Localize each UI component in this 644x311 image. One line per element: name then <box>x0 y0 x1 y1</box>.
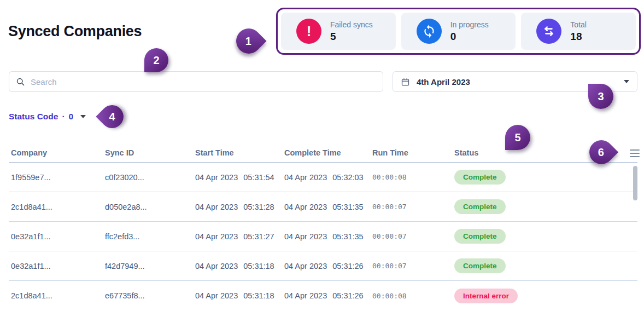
status-filter-dot: · <box>62 112 65 122</box>
stat-card-failed-syncs: ! Failed syncs 5 <box>281 13 396 50</box>
table-row[interactable]: 2c1d8a41... e67735f8... 04 Apr 202305:31… <box>9 281 637 310</box>
stat-label: Failed syncs <box>330 20 373 29</box>
stat-value: 18 <box>570 31 587 43</box>
annotation-marker-1: 1 <box>231 23 266 59</box>
start-time-cell: 04 Apr 202305:31:28 <box>193 203 282 211</box>
complete-time-cell: 04 Apr 202305:31:35 <box>282 232 370 241</box>
search-field[interactable] <box>9 71 383 92</box>
annotation-marker-2: 2 <box>144 48 168 72</box>
column-header-sync-id[interactable]: Sync ID <box>103 148 193 157</box>
date-value: 4th April 2023 <box>417 77 617 87</box>
stat-value: 5 <box>330 31 373 43</box>
run-time-cell: 00:00:07 <box>370 232 452 240</box>
company-cell: 0e32a1f1... <box>9 262 103 270</box>
scrollbar-thumb[interactable] <box>633 166 637 200</box>
stats-summary-annotated-box: ! Failed syncs 5 In progress 0 Total 18 <box>276 8 641 55</box>
status-code-filter[interactable]: Status Code · 0 <box>9 112 86 122</box>
company-cell: 2c1d8a41... <box>9 291 103 300</box>
sync-id-cell: e67735f8... <box>103 291 193 300</box>
table-row[interactable]: 0e32a1f1... f42d7949... 04 Apr 202305:31… <box>9 251 637 281</box>
run-time-cell: 00:00:07 <box>370 203 452 211</box>
annotation-marker-4: 4 <box>96 100 128 133</box>
company-cell: 2c1d8a41... <box>9 203 103 211</box>
start-time-cell: 04 Apr 202305:31:54 <box>193 173 282 182</box>
status-badge: Complete <box>454 199 506 214</box>
company-cell: 1f9559e7... <box>9 173 103 182</box>
stat-card-in-progress: In progress 0 <box>401 13 516 50</box>
annotation-marker-3: 3 <box>588 84 613 109</box>
search-icon <box>16 77 25 87</box>
stat-label: Total <box>570 20 587 29</box>
table-row[interactable]: 1f9559e7... c0f23020... 04 Apr 202305:31… <box>9 163 637 192</box>
start-time-cell: 04 Apr 202305:31:27 <box>193 232 282 241</box>
status-filter-count: 0 <box>69 112 74 122</box>
sync-id-cell: ffc2efd3... <box>103 232 193 241</box>
sync-id-cell: d050e2a8... <box>103 203 193 211</box>
table-body: 1f9559e7... c0f23020... 04 Apr 202305:31… <box>9 163 637 310</box>
status-cell: Complete <box>452 170 637 185</box>
status-badge: Internal error <box>454 289 518 303</box>
stat-label: In progress <box>450 20 489 29</box>
status-badge: Complete <box>454 170 506 185</box>
table-row[interactable]: 2c1d8a41... d050e2a8... 04 Apr 202305:31… <box>9 192 637 222</box>
table-row[interactable]: 0e32a1f1... ffc2efd3... 04 Apr 202305:31… <box>9 222 637 251</box>
sync-id-cell: c0f23020... <box>103 173 193 182</box>
company-cell: 0e32a1f1... <box>9 232 103 241</box>
column-header-company[interactable]: Company <box>9 148 103 157</box>
sync-table: Company Sync ID Start Time Complete Time… <box>9 143 637 310</box>
column-header-run-time[interactable]: Run Time <box>370 148 452 157</box>
sync-icon <box>417 19 442 44</box>
page-title: Synced Companies <box>8 23 142 40</box>
complete-time-cell: 04 Apr 202305:32:03 <box>282 173 370 182</box>
start-time-cell: 04 Apr 202305:31:18 <box>193 291 282 300</box>
status-cell: Complete <box>452 258 637 273</box>
chevron-down-icon <box>80 115 86 118</box>
annotation-marker-5: 5 <box>505 125 530 150</box>
column-header-complete-time[interactable]: Complete Time <box>282 148 370 157</box>
run-time-cell: 00:00:08 <box>370 292 452 300</box>
status-cell: Complete <box>452 199 637 214</box>
column-header-start-time[interactable]: Start Time <box>193 148 282 157</box>
search-input[interactable] <box>31 77 376 87</box>
run-time-cell: 00:00:08 <box>370 173 452 181</box>
status-badge: Complete <box>454 229 506 244</box>
stat-value: 0 <box>450 31 489 43</box>
alert-circle-icon: ! <box>296 19 321 44</box>
transfer-arrows-icon <box>536 19 561 44</box>
complete-time-cell: 04 Apr 202305:31:26 <box>282 291 370 300</box>
status-cell: Internal error <box>452 289 637 303</box>
table-header-row: Company Sync ID Start Time Complete Time… <box>9 143 637 163</box>
complete-time-cell: 04 Apr 202305:31:35 <box>282 203 370 211</box>
run-time-cell: 00:00:07 <box>370 262 452 270</box>
chevron-down-icon <box>624 80 629 83</box>
status-cell: Complete <box>452 229 637 244</box>
table-menu-icon[interactable] <box>630 149 640 157</box>
start-time-cell: 04 Apr 202305:31:18 <box>193 262 282 270</box>
calendar-icon <box>401 77 410 87</box>
status-badge: Complete <box>454 258 506 273</box>
sync-id-cell: f42d7949... <box>103 262 193 270</box>
status-filter-label: Status Code <box>9 112 58 122</box>
stat-card-total: Total 18 <box>521 13 636 50</box>
complete-time-cell: 04 Apr 202305:31:26 <box>282 262 370 270</box>
